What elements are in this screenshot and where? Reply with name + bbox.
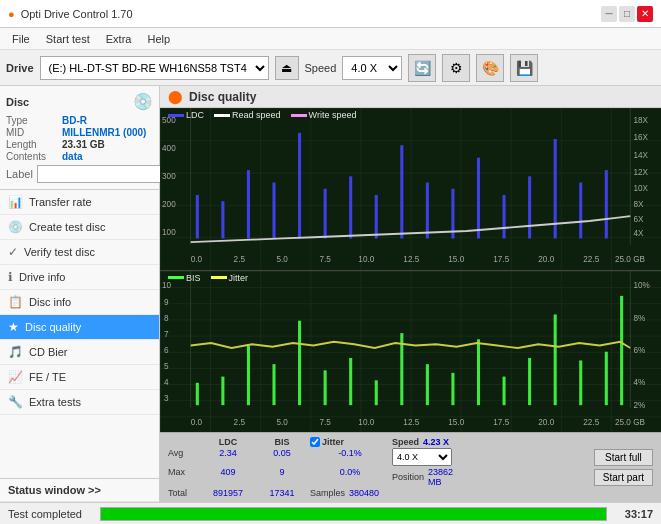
window-controls: ─ □ ✕	[601, 6, 653, 22]
disc-label-row: Label ⚙	[6, 165, 153, 183]
eject-button[interactable]: ⏏	[275, 56, 299, 80]
svg-rect-13	[426, 183, 429, 239]
chart-bis-legend: BIS Jitter	[168, 273, 248, 283]
svg-rect-60	[477, 339, 480, 405]
max-label: Max	[168, 467, 200, 487]
chart-ldc: LDC Read speed Write speed	[160, 108, 661, 271]
menu-start-test[interactable]: Start test	[38, 31, 98, 47]
color-button[interactable]: 🎨	[476, 54, 504, 82]
svg-rect-65	[605, 351, 608, 404]
disc-contents-value: data	[62, 151, 83, 162]
drive-select[interactable]: (E:) HL-DT-ST BD-RE WH16NS58 TST4	[40, 56, 269, 80]
close-button[interactable]: ✕	[637, 6, 653, 22]
disc-label-input[interactable]	[37, 165, 170, 183]
svg-text:12.5: 12.5	[403, 253, 419, 264]
save-button[interactable]: 💾	[510, 54, 538, 82]
svg-text:7.5: 7.5	[320, 416, 331, 427]
svg-rect-66	[620, 295, 623, 404]
disc-length-row: Length 23.31 GB	[6, 139, 153, 150]
svg-text:12X: 12X	[633, 166, 648, 177]
content-area: ⬤ Disc quality LDC Read speed	[160, 86, 661, 502]
svg-text:2.5: 2.5	[234, 416, 245, 427]
disc-quality-header-icon: ⬤	[168, 89, 183, 104]
total-bis: 17341	[256, 488, 308, 498]
sidebar-item-transfer-rate[interactable]: 📊 Transfer rate	[0, 190, 159, 215]
verify-test-disc-icon: ✓	[8, 245, 18, 259]
chart-area: LDC Read speed Write speed	[160, 108, 661, 502]
stats-bar: LDC BIS Jitter Speed 4.23 X Avg	[160, 432, 661, 502]
sidebar-item-create-test-disc[interactable]: 💿 Create test disc	[0, 215, 159, 240]
start-full-button[interactable]: Start full	[594, 449, 653, 466]
settings-button[interactable]: ⚙	[442, 54, 470, 82]
disc-info-icon: 📋	[8, 295, 23, 309]
sidebar-item-verify-test-disc[interactable]: ✓ Verify test disc	[0, 240, 159, 265]
avg-label: Avg	[168, 448, 200, 466]
stats-ldc-header: LDC	[202, 437, 254, 447]
svg-text:22.5: 22.5	[583, 253, 599, 264]
create-test-disc-icon: 💿	[8, 220, 23, 234]
svg-text:25.0 GB: 25.0 GB	[615, 253, 645, 264]
svg-rect-15	[477, 158, 480, 239]
legend-write-speed: Write speed	[291, 110, 357, 120]
svg-text:10X: 10X	[633, 182, 648, 193]
samples-value: 380480	[349, 488, 379, 498]
sidebar-item-transfer-rate-label: Transfer rate	[29, 196, 92, 208]
sidebar-item-disc-quality-label: Disc quality	[25, 321, 81, 333]
jitter-checkbox[interactable]	[310, 437, 320, 447]
svg-rect-63	[554, 314, 557, 405]
start-part-button[interactable]: Start part	[594, 469, 653, 486]
svg-rect-53	[298, 320, 301, 404]
sidebar-item-drive-info[interactable]: ℹ Drive info	[0, 265, 159, 290]
svg-text:20.0: 20.0	[538, 416, 554, 427]
stats-buttons: Start full Start part	[594, 449, 653, 486]
main-area: Disc 💿 Type BD-R MID MILLENMR1 (000) Len…	[0, 86, 661, 502]
disc-quality-icon: ★	[8, 320, 19, 334]
refresh-button[interactable]: 🔄	[408, 54, 436, 82]
svg-text:20.0: 20.0	[538, 253, 554, 264]
sidebar: Disc 💿 Type BD-R MID MILLENMR1 (000) Len…	[0, 86, 160, 502]
sidebar-item-fe-te-label: FE / TE	[29, 371, 66, 383]
svg-text:8X: 8X	[633, 199, 643, 210]
svg-text:100: 100	[162, 226, 176, 237]
speed-select[interactable]: 4.0 X 2.0 X 8.0 X	[342, 56, 402, 80]
disc-icon: 💿	[133, 92, 153, 111]
sidebar-item-disc-quality[interactable]: ★ Disc quality	[0, 315, 159, 340]
status-window-label: Status window >>	[8, 484, 101, 496]
svg-rect-59	[451, 372, 454, 404]
maximize-button[interactable]: □	[619, 6, 635, 22]
chart-ldc-svg: 500 400 300 200 100 18X 16X 14X 12X 10X …	[160, 108, 661, 270]
chart-bis: BIS Jitter	[160, 271, 661, 433]
disc-type-value: BD-R	[62, 115, 87, 126]
sidebar-item-verify-test-disc-label: Verify test disc	[24, 246, 95, 258]
disc-type-row: Type BD-R	[6, 115, 153, 126]
cd-bier-icon: 🎵	[8, 345, 23, 359]
sidebar-item-status-window[interactable]: Status window >>	[0, 478, 159, 502]
speed-final-select[interactable]: 4.0 X	[392, 448, 452, 466]
svg-text:4X: 4X	[633, 227, 643, 238]
sidebar-item-fe-te[interactable]: 📈 FE / TE	[0, 365, 159, 390]
menu-extra[interactable]: Extra	[98, 31, 140, 47]
progress-bar-container	[100, 507, 607, 521]
sidebar-item-extra-tests[interactable]: 🔧 Extra tests	[0, 390, 159, 415]
svg-rect-62	[528, 357, 531, 404]
menu-help[interactable]: Help	[139, 31, 178, 47]
chart-bis-svg: 10 9 8 7 6 5 4 3 10% 8% 6% 4% 2%	[160, 271, 661, 433]
svg-text:7.5: 7.5	[320, 253, 331, 264]
disc-contents-label: Contents	[6, 151, 58, 162]
disc-title: Disc	[6, 96, 29, 108]
svg-text:25.0 GB: 25.0 GB	[615, 416, 645, 427]
svg-text:12.5: 12.5	[403, 416, 419, 427]
transfer-rate-icon: 📊	[8, 195, 23, 209]
svg-rect-56	[375, 380, 378, 405]
sidebar-item-cd-bier[interactable]: 🎵 CD Bier	[0, 340, 159, 365]
svg-rect-58	[426, 364, 429, 405]
toolbar: Drive (E:) HL-DT-ST BD-RE WH16NS58 TST4 …	[0, 50, 661, 86]
disc-length-value: 23.31 GB	[62, 139, 105, 150]
svg-rect-61	[503, 376, 506, 405]
max-jitter: 0.0%	[310, 467, 390, 487]
sidebar-item-disc-info[interactable]: 📋 Disc info	[0, 290, 159, 315]
svg-rect-8	[298, 133, 301, 239]
minimize-button[interactable]: ─	[601, 6, 617, 22]
menu-file[interactable]: File	[4, 31, 38, 47]
svg-rect-55	[349, 357, 352, 404]
